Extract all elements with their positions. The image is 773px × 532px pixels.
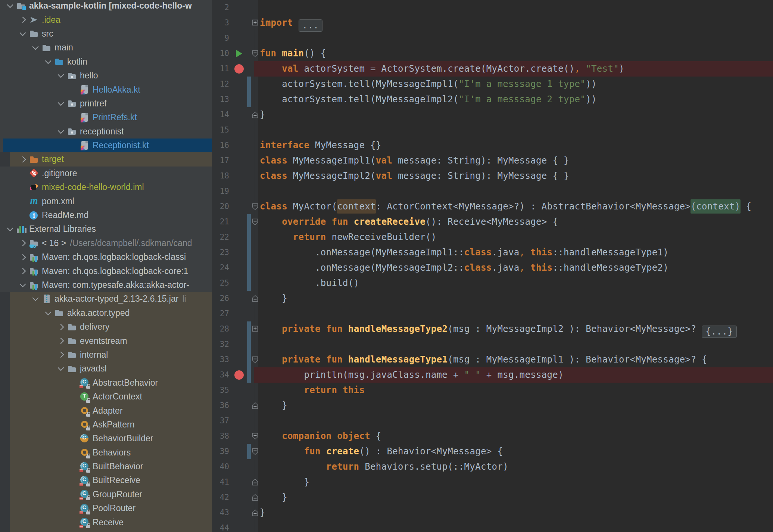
tree-item-printrefs-kt[interactable]: PrintRefs.kt (0, 111, 212, 124)
line-number[interactable]: 13 (212, 92, 229, 107)
line-number[interactable]: 3 (212, 15, 229, 31)
chevron-down-icon[interactable] (18, 278, 28, 292)
chevron-down-icon[interactable] (56, 97, 66, 111)
line-number[interactable]: 25 (212, 276, 229, 291)
fold-collapse-icon[interactable] (252, 448, 258, 455)
fold-expand-icon[interactable] (252, 326, 258, 332)
tree-item-readme-md[interactable]: iReadMe.md (0, 208, 212, 222)
tree-item-askpattern[interactable]: AskPattern (0, 418, 212, 432)
chevron-down-icon[interactable] (56, 69, 66, 83)
line-number[interactable]: 27 (212, 306, 229, 321)
line-number[interactable]: 24 (212, 260, 229, 276)
tree-item-abstractbehavior[interactable]: CAbstractBehavior (0, 376, 212, 390)
code-line-12[interactable]: 12 actorSystem.tell(MyMessageImpl1("I'm … (212, 77, 773, 92)
line-number[interactable]: 15 (212, 122, 229, 138)
code-line-27[interactable]: 27 (212, 306, 773, 321)
tree-item-builtbehavior[interactable]: CBuiltBehavior (0, 460, 212, 473)
tree-item-external-libraries[interactable]: External Libraries (0, 222, 212, 236)
code-line-11[interactable]: 11 val actorSystem = ActorSystem.create(… (212, 61, 773, 77)
code-line-40[interactable]: 40 return Behaviors.setup(::MyActor) (212, 459, 773, 475)
line-number[interactable]: 12 (212, 77, 229, 92)
line-number[interactable]: 34 (212, 367, 229, 383)
code-line-18[interactable]: 18class MyMessageImpl2(val message: Stri… (212, 168, 773, 184)
code-line-28[interactable]: 28 private fun handleMessageType2(msg : … (212, 321, 773, 337)
line-number[interactable]: 21 (212, 214, 229, 230)
code-line-21[interactable]: 21 override fun createReceive(): Receive… (212, 214, 773, 230)
chevron-down-icon[interactable] (18, 27, 28, 41)
code-line-37[interactable]: 37 (212, 413, 773, 429)
tree-item-printref[interactable]: printref (0, 97, 212, 111)
line-number[interactable]: 19 (212, 184, 229, 199)
tree-item-main[interactable]: main (0, 41, 212, 55)
line-number[interactable]: 39 (212, 444, 229, 459)
chevron-right-icon[interactable] (18, 236, 28, 250)
tree-item-hello[interactable]: hello (0, 69, 212, 83)
tree-item-receive[interactable]: CReceive (0, 515, 212, 529)
tree-item-receptionist-kt[interactable]: Receptionist.kt (0, 139, 212, 152)
line-number[interactable]: 43 (212, 505, 229, 520)
code-line-9[interactable]: 9 (212, 31, 773, 46)
code-line-13[interactable]: 13 actorSystem.tell(MyMessageImpl2("I'm … (212, 92, 773, 107)
code-line-15[interactable]: 15 (212, 122, 773, 138)
tree-item-akka-sample-kotlin-mixed-code-hello-w[interactable]: akka-sample-kotlin [mixed-code-hello-w (0, 0, 212, 13)
chevron-right-icon[interactable] (18, 13, 28, 27)
line-number[interactable]: 18 (212, 168, 229, 184)
fold-collapse-icon[interactable] (252, 356, 258, 363)
line-number[interactable]: 9 (212, 31, 229, 46)
line-number[interactable]: 20 (212, 199, 229, 214)
tree-item-akka-actor-typed[interactable]: akka.actor.typed (0, 306, 212, 320)
line-number[interactable]: 41 (212, 475, 229, 490)
tree-item-src[interactable]: src (0, 27, 212, 41)
code-line-32[interactable]: 32 (212, 337, 773, 352)
tree-item-pom-xml[interactable]: mpom.xml (0, 194, 212, 208)
fold-collapse-icon[interactable] (252, 218, 258, 225)
line-number[interactable]: 17 (212, 153, 229, 168)
tree-item-partial[interactable]: C (0, 529, 212, 532)
fold-end-icon[interactable] (252, 295, 258, 302)
fold-expand-icon[interactable] (252, 19, 258, 26)
tree-item-maven-ch-qos-logback-logback-classi[interactable]: Maven: ch.qos.logback:logback-classi (0, 250, 212, 264)
chevron-down-icon[interactable] (5, 0, 16, 13)
chevron-down-icon[interactable] (43, 55, 54, 69)
tree-item-idea[interactable]: .idea (0, 13, 212, 27)
tree-item-behaviorbuilder[interactable]: CBehaviorBuilder (0, 432, 212, 445)
tree-item-target[interactable]: target (0, 152, 212, 166)
code-line-14[interactable]: 14} (212, 107, 773, 122)
chevron-down-icon[interactable] (31, 41, 41, 55)
tree-item-javadsl[interactable]: javadsl (0, 362, 212, 376)
tree-item-receptionist[interactable]: receptionist (0, 125, 212, 139)
chevron-down-icon[interactable] (43, 306, 54, 320)
line-number[interactable]: 44 (212, 520, 229, 532)
tree-item-akka-actor-typed-2-13-2-6-15-jar[interactable]: akka-actor-typed_2.13-2.6.15.jarli (0, 292, 212, 306)
tree-item-mixed-code-hello-world-iml[interactable]: mixed-code-hello-world.iml (0, 180, 212, 194)
code-line-23[interactable]: 23 .onMessage(MyMessageImpl1::class.java… (212, 245, 773, 260)
tree-item-gitignore[interactable]: .gitignore (0, 167, 212, 180)
code-line-25[interactable]: 25 .build() (212, 276, 773, 291)
code-line-16[interactable]: 16interface MyMessage {} (212, 138, 773, 153)
chevron-right-icon[interactable] (56, 334, 66, 348)
tree-item-internal[interactable]: internal (0, 348, 212, 362)
chevron-right-icon[interactable] (56, 348, 66, 362)
fold-end-icon[interactable] (252, 111, 258, 118)
breakpoint-icon[interactable] (234, 64, 244, 74)
tree-item-maven-com-typesafe-akka-akka-actor[interactable]: Maven: com.typesafe.akka:akka-actor- (0, 278, 212, 292)
tree-item-maven-ch-qos-logback-logback-core-1[interactable]: Maven: ch.qos.logback:logback-core:1 (0, 264, 212, 278)
tree-item-adapter[interactable]: Adapter (0, 404, 212, 417)
code-line-35[interactable]: 35 return this (212, 383, 773, 398)
chevron-down-icon[interactable] (56, 125, 66, 139)
folded-code-chip[interactable]: {...} (702, 326, 737, 338)
code-line-2[interactable]: 2 (212, 0, 773, 15)
tree-item-kotlin[interactable]: kotlin (0, 55, 212, 69)
code-editor[interactable]: 23import ...910fun main() {11 val actorS… (212, 0, 773, 532)
code-line-20[interactable]: 20class MyActor(context: ActorContext<My… (212, 199, 773, 214)
line-number[interactable]: 26 (212, 291, 229, 306)
line-number[interactable]: 11 (212, 61, 229, 77)
code-line-17[interactable]: 17class MyMessageImpl1(val message: Stri… (212, 153, 773, 168)
line-number[interactable]: 23 (212, 245, 229, 260)
fold-end-icon[interactable] (252, 494, 258, 501)
line-number[interactable]: 35 (212, 383, 229, 398)
code-line-19[interactable]: 19 (212, 184, 773, 199)
line-number[interactable]: 42 (212, 490, 229, 505)
line-number[interactable]: 33 (212, 352, 229, 367)
code-line-36[interactable]: 36 } (212, 398, 773, 413)
